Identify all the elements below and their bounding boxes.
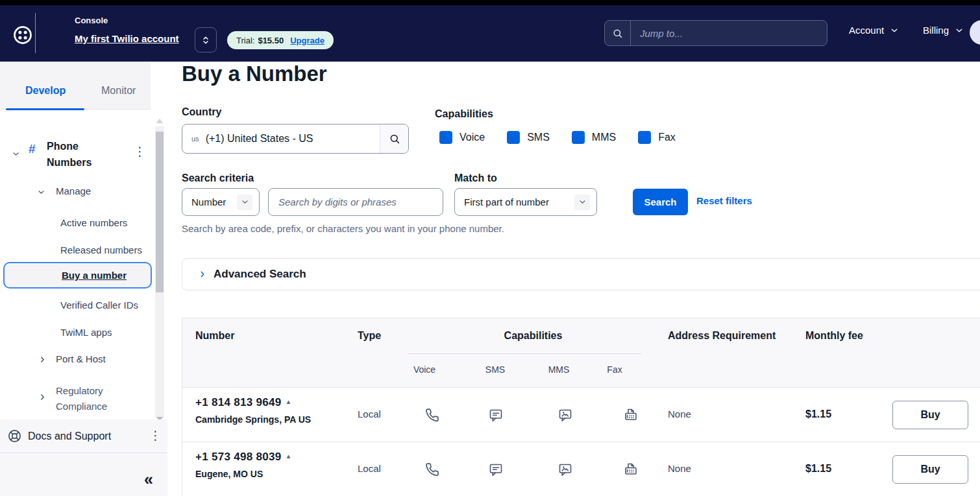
docs-kebab-icon[interactable]: ⋮ — [149, 430, 162, 442]
subcolumn-mms: MMS — [526, 364, 591, 375]
sort-ascending-icon: ▲ — [286, 453, 292, 460]
tab-monitor[interactable]: Monitor — [101, 85, 136, 97]
reset-filters-link[interactable]: Reset filters — [696, 195, 752, 206]
sms-capability-icon — [488, 407, 504, 423]
global-search-box[interactable] — [604, 20, 827, 46]
port-host-expand-chevron[interactable] — [38, 355, 47, 366]
advanced-search-expander[interactable]: Advanced Search — [182, 258, 980, 290]
number-location: Eugene, MO US — [195, 469, 292, 479]
checkbox-mms[interactable]: MMS — [572, 131, 616, 144]
sidebar-item-manage[interactable]: Manage — [56, 185, 91, 196]
lifebuoy-icon — [7, 429, 22, 446]
voice-checkbox-label: Voice — [459, 132, 485, 143]
criteria-type-select[interactable]: Number — [182, 188, 260, 216]
subcolumn-voice: Voice — [392, 364, 457, 375]
voice-capability-icon — [424, 462, 440, 477]
chevron-down-icon — [955, 26, 964, 35]
buy-a-number-label: Buy a number — [62, 270, 127, 281]
search-button[interactable]: Search — [633, 189, 688, 215]
table-row: +1 814 813 9649▲ Cambridge Springs, PA U… — [182, 388, 980, 442]
chevron-down-icon — [37, 188, 45, 196]
trial-label: Trial: — [236, 36, 254, 45]
mms-checkbox-label: MMS — [592, 132, 616, 143]
sidebar-item-twiml-apps[interactable]: TwiML apps — [60, 327, 112, 338]
country-search-button[interactable] — [380, 124, 408, 153]
manage-collapse-chevron[interactable] — [37, 187, 45, 199]
phone-number: +1 814 813 9649 — [195, 396, 282, 408]
checked-checkbox-icon[interactable] — [638, 131, 651, 144]
main-content: Buy a Number Country us (+1) United Stat… — [167, 62, 980, 496]
buy-button[interactable]: Buy — [892, 401, 968, 429]
sidebar-item-phone-numbers[interactable]: Phone Numbers — [47, 138, 125, 171]
capabilities-checkbox-row: Voice SMS MMS Fax — [439, 131, 676, 144]
phone-number: +1 573 498 8039 — [195, 451, 282, 463]
sidebar-item-docs-and-support[interactable]: Docs and Support — [28, 431, 111, 442]
upgrade-link[interactable]: Upgrade — [290, 36, 325, 45]
sidebar-item-active-numbers[interactable]: Active numbers — [60, 217, 127, 228]
checked-checkbox-icon[interactable] — [572, 131, 585, 144]
chevron-down-icon — [12, 150, 20, 158]
chevron-down-icon — [574, 195, 590, 210]
sidebar-scrollbar-track[interactable] — [155, 126, 164, 418]
criteria-type-value: Number — [191, 196, 226, 207]
account-name-link[interactable]: My first Twilio account — [75, 33, 179, 44]
sidebar-item-port-host[interactable]: Port & Host — [56, 353, 106, 364]
voice-capability-icon — [424, 407, 440, 423]
match-to-label: Match to — [454, 172, 497, 184]
capabilities-group-divider — [408, 353, 641, 354]
sidebar-bottom-section: Docs and Support ⋮ « — [0, 419, 167, 496]
sidebar-divider — [0, 453, 167, 453]
fax-checkbox-label: Fax — [658, 132, 676, 143]
digits-search-input[interactable] — [268, 188, 443, 216]
search-helper-text: Search by area code, prefix, or characte… — [182, 223, 504, 234]
address-requirement-cell: None — [668, 408, 691, 419]
number-cell: +1 573 498 8039▲ Eugene, MO US — [195, 451, 292, 479]
checked-checkbox-icon[interactable] — [439, 131, 452, 144]
chevron-down-icon — [237, 195, 252, 210]
checkbox-voice[interactable]: Voice — [439, 131, 485, 144]
country-label: Country — [182, 106, 221, 118]
console-label: Console — [75, 16, 108, 25]
capabilities-label: Capabilities — [435, 108, 493, 120]
account-switcher-button[interactable] — [195, 27, 217, 53]
checkbox-fax[interactable]: Fax — [638, 131, 676, 144]
table-header: Number Type Capabilities Address Require… — [182, 318, 980, 388]
subcolumn-fax: Fax — [582, 364, 647, 375]
jump-to-input[interactable] — [631, 21, 827, 45]
collapse-sidebar-icon[interactable]: « — [144, 470, 153, 489]
scroll-up-arrow-icon[interactable] — [156, 119, 163, 123]
trial-amount: $15.50 — [258, 36, 284, 45]
column-header-number: Number — [195, 330, 234, 342]
match-to-select[interactable]: First part of number — [454, 188, 597, 216]
sms-capability-icon — [488, 462, 504, 477]
sort-ascending-icon: ▲ — [286, 398, 292, 405]
advanced-search-label: Advanced Search — [214, 268, 306, 281]
billing-menu-label: Billing — [923, 25, 949, 36]
number-cell: +1 814 813 9649▲ Cambridge Springs, PA U… — [195, 396, 311, 425]
sidebar-scrollbar-thumb[interactable] — [156, 132, 164, 292]
billing-menu[interactable]: Billing — [923, 25, 964, 36]
checked-checkbox-icon[interactable] — [507, 131, 520, 144]
phone-numbers-collapse-chevron[interactable] — [12, 149, 20, 161]
country-combobox[interactable]: us (+1) United States - US — [182, 124, 409, 154]
buy-button[interactable]: Buy — [892, 455, 968, 484]
search-icon-button[interactable] — [605, 21, 631, 45]
sidebar-item-released-numbers[interactable]: Released numbers — [60, 244, 142, 255]
hash-icon: # — [29, 142, 36, 156]
number-location: Cambridge Springs, PA US — [195, 414, 311, 425]
checkbox-sms[interactable]: SMS — [507, 131, 550, 144]
fax-capability-icon — [623, 407, 639, 423]
results-table: Number Type Capabilities Address Require… — [182, 318, 980, 496]
chevron-right-icon — [198, 270, 207, 279]
chevron-up-down-icon — [201, 35, 211, 45]
twilio-logo-icon[interactable] — [13, 25, 32, 45]
regulatory-expand-chevron[interactable] — [38, 392, 47, 404]
tab-develop[interactable]: Develop — [25, 85, 66, 97]
account-menu[interactable]: Account — [849, 25, 899, 36]
user-avatar[interactable] — [970, 20, 980, 45]
sidebar-item-verified-caller-ids[interactable]: Verified Caller IDs — [60, 300, 138, 311]
phone-numbers-kebab-icon[interactable]: ⋮ — [134, 146, 146, 158]
header-divider — [35, 13, 36, 53]
sidebar-item-regulatory-compliance[interactable]: Regulatory Compliance — [56, 383, 127, 414]
sidebar-item-buy-a-number-selected[interactable]: Buy a number — [3, 262, 152, 289]
